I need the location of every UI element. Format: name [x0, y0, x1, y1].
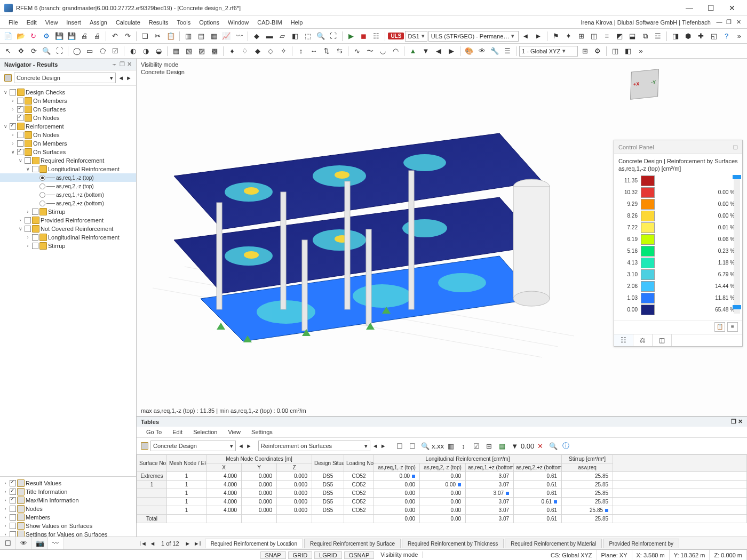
- tree-as3[interactable]: as,req,1,+z (bottom): [56, 192, 104, 198]
- cube-icon[interactable]: ◨: [670, 30, 681, 42]
- maximize-button[interactable]: ☐: [700, 2, 721, 14]
- h2-icon[interactable]: ▼: [420, 45, 432, 57]
- lower-1[interactable]: ›Title Information: [0, 487, 136, 496]
- copy-icon[interactable]: ❏: [139, 30, 151, 42]
- f4-icon[interactable]: ⇆: [333, 45, 345, 57]
- tbl-prev-icon[interactable]: ◄: [148, 540, 157, 547]
- overflow-icon[interactable]: »: [733, 30, 745, 42]
- flag-icon[interactable]: ⚑: [550, 30, 562, 42]
- cursor-icon[interactable]: ↖: [2, 45, 14, 57]
- wrench-icon[interactable]: 🔧: [489, 45, 500, 57]
- rect-sel-icon[interactable]: ▭: [84, 45, 96, 57]
- tbl-excel-icon[interactable]: ▦: [496, 440, 508, 452]
- zoom2-icon[interactable]: 🔍: [41, 45, 52, 57]
- tbl-menu-edit[interactable]: Edit: [167, 428, 188, 436]
- d4-icon[interactable]: ▩: [209, 45, 220, 57]
- tbl-n2-icon[interactable]: ►: [380, 443, 386, 449]
- tbl-col-icon[interactable]: ▥: [445, 440, 457, 452]
- results-icon[interactable]: ☷: [370, 30, 382, 42]
- tbl-tab-4[interactable]: Provided Reinforcement by: [603, 539, 679, 548]
- d2-icon[interactable]: ▧: [183, 45, 195, 57]
- palette-icon[interactable]: 🎨: [463, 45, 475, 57]
- tbl-n1-icon[interactable]: ►: [246, 443, 252, 449]
- g1-icon[interactable]: ∿: [351, 45, 363, 57]
- member-icon[interactable]: ▬: [264, 30, 275, 42]
- panel2-icon[interactable]: ▤: [195, 30, 207, 42]
- tbl-mark-icon[interactable]: 🔍: [419, 440, 431, 452]
- rotate-icon[interactable]: ⟳: [28, 45, 39, 57]
- extra1-icon[interactable]: ⬢: [682, 30, 694, 42]
- table-row[interactable]: 114.0000.0000.000DS5CO520.000.003.070.61…: [137, 481, 747, 489]
- tbl-layout-icon[interactable]: ⊞: [483, 440, 495, 452]
- grid-icon[interactable]: ⊞: [579, 45, 591, 57]
- d1-icon[interactable]: ▦: [170, 45, 182, 57]
- tree-notcovered[interactable]: Not Covered Reinforcement: [41, 226, 113, 232]
- tree-r-on-members[interactable]: On Members: [33, 140, 67, 147]
- r3-icon[interactable]: ◒: [153, 45, 164, 57]
- tbl-tab-3[interactable]: Required Reinforcement by Material: [505, 539, 602, 548]
- tree-r-on-nodes[interactable]: On Nodes: [33, 132, 60, 138]
- pane-float-icon[interactable]: ❐: [120, 61, 125, 68]
- nav-combo[interactable]: Concrete Design▾: [14, 73, 116, 83]
- select-icon[interactable]: ⬚: [302, 30, 314, 42]
- lower-2[interactable]: ›Max/Min Information: [0, 496, 136, 505]
- results-table[interactable]: Surface No. Mesh Node / Element No. Mesh…: [137, 454, 747, 537]
- status-snap[interactable]: SNAP: [260, 551, 286, 559]
- tbl-menu-settings[interactable]: Settings: [246, 428, 278, 436]
- print2-icon[interactable]: 🖨: [91, 30, 103, 42]
- tbl-sel-icon[interactable]: ☑: [471, 440, 482, 452]
- ctrl-tab3[interactable]: ◫: [653, 334, 672, 346]
- tbl-search-icon[interactable]: 🔍: [547, 440, 559, 452]
- extra3-icon[interactable]: ◱: [708, 30, 720, 42]
- tbl-last-icon[interactable]: ►I: [193, 540, 202, 547]
- r2-icon[interactable]: ◑: [140, 45, 152, 57]
- fit-icon[interactable]: ⛶: [53, 45, 65, 57]
- overflow2-icon[interactable]: »: [635, 45, 647, 57]
- table-row[interactable]: Extremes14.0000.0000.000DS5CO520.000.003…: [137, 472, 747, 481]
- menu-edit[interactable]: Edit: [22, 18, 41, 27]
- menu-help[interactable]: Help: [287, 18, 307, 27]
- panel3-icon[interactable]: ▦: [208, 30, 220, 42]
- tbl-xxx-icon[interactable]: x.xx: [432, 440, 444, 452]
- tree-on-surfaces[interactable]: On Surfaces: [33, 106, 66, 113]
- tool1-icon[interactable]: ✦: [563, 30, 575, 42]
- menu-view[interactable]: View: [41, 18, 62, 27]
- tree-reinforcement[interactable]: Reinforcement: [26, 123, 64, 130]
- ctrl-tab2[interactable]: ⚖: [633, 334, 653, 346]
- h4-icon[interactable]: ▶: [446, 45, 457, 57]
- nav-tab-cam-icon[interactable]: 📷: [32, 537, 48, 549]
- tree-on-members[interactable]: On Members: [33, 98, 67, 104]
- tbl-p2-icon[interactable]: ◄: [372, 443, 378, 449]
- prev-load-icon[interactable]: ◄: [520, 30, 531, 42]
- coord-system-combo[interactable]: 1 - Global XYZ: [519, 46, 578, 57]
- poly-sel-icon[interactable]: ⬠: [97, 45, 108, 57]
- nav-tab-curve-icon[interactable]: 〰: [48, 537, 64, 549]
- g2-icon[interactable]: 〜: [364, 45, 376, 57]
- nav-tab-select-icon[interactable]: ☐: [0, 537, 16, 549]
- surface-icon[interactable]: ▱: [276, 30, 288, 42]
- e1-icon[interactable]: ♦: [226, 45, 238, 57]
- ctrl-panel-close-icon[interactable]: ▢: [733, 143, 738, 150]
- tree-provided[interactable]: Provided Reinforcement: [41, 217, 104, 223]
- tbl-next-icon[interactable]: ►: [184, 540, 192, 547]
- chart-icon[interactable]: 📈: [221, 30, 233, 42]
- undo-icon[interactable]: ↶: [109, 30, 121, 42]
- tool3-icon[interactable]: ◫: [589, 30, 600, 42]
- zoom-icon[interactable]: 🔍: [315, 30, 327, 42]
- tool2-icon[interactable]: ⊞: [576, 30, 587, 42]
- table-row[interactable]: 14.0000.0000.000DS5CO520.000.003.070.612…: [137, 506, 747, 515]
- open-icon[interactable]: 📂: [15, 30, 27, 42]
- tables-close-icon[interactable]: ✕: [738, 418, 743, 425]
- run-icon[interactable]: ▶: [345, 30, 357, 42]
- tbl-del-icon[interactable]: ✕: [535, 440, 546, 452]
- table-row[interactable]: 14.0000.0000.000DS5CO520.000.003.070.612…: [137, 489, 747, 498]
- help-icon[interactable]: ?: [721, 30, 733, 42]
- tree-nc-long[interactable]: Longitudinal Reinforcement: [48, 234, 120, 241]
- lower-5[interactable]: ›Show Values on Surfaces: [0, 522, 136, 530]
- tbl-menu-selection[interactable]: Selection: [188, 428, 222, 436]
- menu-tools[interactable]: Tools: [172, 18, 195, 27]
- ctrl-copy-icon[interactable]: 📋: [714, 322, 725, 332]
- tbl-menu-view[interactable]: View: [222, 428, 246, 436]
- lasso-icon[interactable]: ◯: [71, 45, 83, 57]
- tree-as2[interactable]: as,req,2,-z (top): [56, 183, 94, 189]
